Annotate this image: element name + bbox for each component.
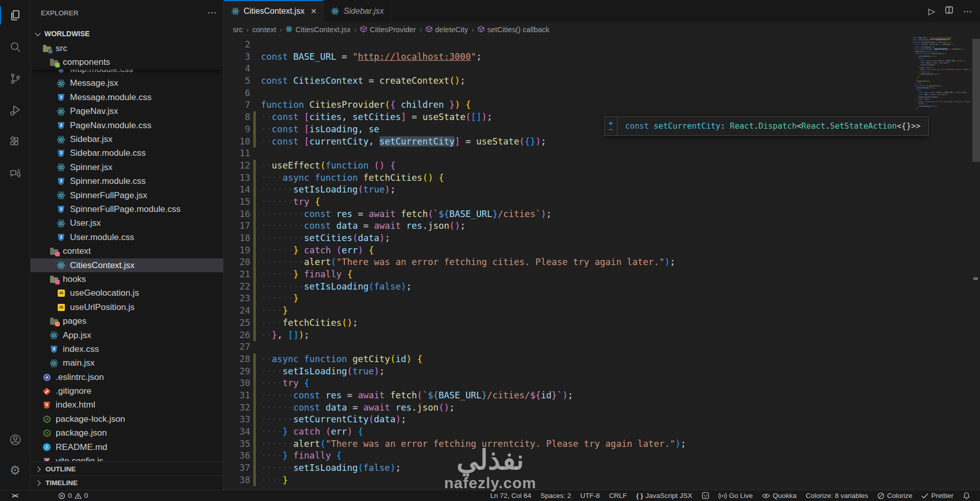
more-actions-icon[interactable]: ⋯: [963, 6, 972, 17]
tree-item-message-jsx[interactable]: Message.jsx: [31, 77, 223, 90]
tree-item-components[interactable]: components: [31, 55, 223, 69]
status-quokka[interactable]: Quokka: [757, 490, 801, 501]
code-line-7[interactable]: 7function CitiesProvider({ children }) {: [224, 99, 912, 111]
tree-item-index-html[interactable]: 5index.html: [31, 398, 223, 412]
breadcrumb-item-setcities-callback[interactable]: setCities() callback: [477, 26, 549, 34]
timeline-section[interactable]: TIMELINE: [31, 475, 223, 490]
status-github[interactable]: [697, 490, 714, 501]
activitybar-chat[interactable]: [0, 160, 30, 187]
tree-item-gitignore[interactable]: .gitignore: [31, 384, 223, 398]
tree-item-useurlposition-js[interactable]: JSuseUrlPosition.js: [31, 300, 223, 314]
tree-item-usegeolocation-js[interactable]: JSuseGeolocation.js: [31, 287, 223, 300]
status-indentation[interactable]: Spaces: 2: [536, 490, 576, 501]
close-icon[interactable]: ✕: [310, 7, 317, 15]
tree-item-vite-config-js[interactable]: vite.config.js: [31, 454, 223, 461]
status-eol[interactable]: CRLF: [605, 490, 632, 501]
status-cursor-position[interactable]: Ln 72, Col 64: [486, 490, 536, 501]
status-remote[interactable]: ><: [7, 490, 22, 501]
code-line-35[interactable]: 35······alert("There was an error fetchi…: [224, 438, 912, 450]
activitybar-account[interactable]: [0, 426, 30, 453]
code-line-10[interactable]: 10··const [currentCity, setCurrentCity] …: [224, 136, 912, 148]
code-line-31[interactable]: 31······const res = await fetch(`${BASE_…: [224, 390, 912, 402]
workspace-root-folder[interactable]: WORLDWISE: [32, 27, 223, 41]
code-line-38[interactable]: 38····}: [224, 474, 912, 487]
code-line-29[interactable]: 29····setIsLoading(true);: [224, 366, 912, 378]
code-line-28[interactable]: 28··async function getCity(id) {: [224, 353, 912, 366]
code-line-23[interactable]: 23······}: [224, 293, 912, 305]
code-line-34[interactable]: 34····} catch (err) {: [224, 426, 912, 438]
split-editor-icon[interactable]: [945, 6, 953, 17]
code-line-21[interactable]: 21······} finally {: [224, 269, 912, 281]
tree-item-message-module-css[interactable]: 3Message.module.css: [31, 90, 223, 104]
code-editor[interactable]: 23const BASE_URL = "http://localhost:300…: [224, 39, 912, 490]
status-colorize[interactable]: Colorize: [873, 490, 917, 501]
code-line-4[interactable]: 4: [224, 63, 912, 75]
code-line-14[interactable]: 14······setIsLoading(true);: [224, 184, 912, 196]
outline-section[interactable]: OUTLINE: [31, 462, 223, 476]
more-actions-icon[interactable]: ⋯: [207, 7, 217, 18]
tree-item-citiescontext-jsx[interactable]: CitiesContext.jsx: [31, 258, 223, 272]
tree-item-app-jsx[interactable]: App.jsx: [31, 328, 223, 342]
tree-item-pagenav-jsx[interactable]: PageNav.jsx: [31, 105, 223, 118]
tab-sidebar-jsx[interactable]: Sidebar.jsx: [324, 0, 391, 22]
activitybar-run-debug[interactable]: [0, 97, 30, 124]
tree-item-pagenav-module-css[interactable]: 3PageNav.module.css: [31, 118, 223, 132]
code-line-5[interactable]: 5const CitiesContext = createContext();: [224, 75, 912, 87]
code-line-20[interactable]: 20········alert("There was an error fetc…: [224, 256, 912, 269]
activitybar-explorer[interactable]: [0, 2, 30, 29]
tree-item-eslintrc-json[interactable]: .eslintrc.json: [31, 370, 223, 384]
tree-item-context[interactable]: context: [31, 244, 223, 258]
status-prettier[interactable]: Prettier: [917, 490, 958, 501]
code-line-27[interactable]: 27: [224, 341, 912, 353]
code-line-15[interactable]: 15······try {: [224, 196, 912, 208]
tab-citiescontext-jsx[interactable]: CitiesContext.jsx✕: [224, 0, 324, 22]
tree-item-spinner-module-css[interactable]: 3Spinner.module.css: [31, 175, 223, 188]
code-line-32[interactable]: 32······const data = await res.json();: [224, 402, 912, 414]
activitybar-extensions[interactable]: [0, 129, 30, 155]
breadcrumb-item-citiesprovider[interactable]: CitiesProvider: [360, 26, 416, 34]
activitybar-search[interactable]: [0, 34, 30, 60]
tree-item-package-json[interactable]: JSpackage.json: [31, 426, 223, 440]
breadcrumb-item-context[interactable]: context: [252, 26, 276, 34]
tree-item-spinnerfullpage-module-css[interactable]: 3SpinnerFullPage.module.css: [31, 202, 223, 216]
status-go-live[interactable]: Go Live: [714, 490, 758, 501]
hover-collapse-icon[interactable]: −: [609, 126, 613, 132]
tree-item-main-jsx[interactable]: main.jsx: [31, 356, 223, 370]
code-line-22[interactable]: 22········setIsLoading(false);: [224, 281, 912, 293]
status-encoding[interactable]: UTF-8: [576, 490, 604, 501]
tree-item-src[interactable]: ‹›src: [31, 41, 223, 55]
code-line-18[interactable]: 18········setCities(data);: [224, 232, 912, 245]
status-notifications[interactable]: [958, 490, 975, 501]
tree-item-index-css[interactable]: 3index.css: [31, 342, 223, 356]
run-icon[interactable]: ▷: [928, 6, 935, 17]
breadcrumb-item-deletecity[interactable]: deleteCity: [425, 26, 468, 34]
code-line-33[interactable]: 33······setCurrentCity(data);: [224, 414, 912, 426]
tree-item-spinnerfullpage-jsx[interactable]: SpinnerFullPage.jsx: [31, 188, 223, 202]
breadcrumb-item-citiescontext-jsx[interactable]: CitiesContext.jsx: [285, 26, 350, 34]
tree-item-sidebar-module-css[interactable]: 3Sidebar.module.css: [31, 147, 223, 160]
code-line-11[interactable]: 11: [224, 148, 912, 160]
minimap[interactable]: const BASE_URL = "http://localhost:3000"…: [913, 37, 971, 110]
code-line-25[interactable]: 25····fetchCities();: [224, 317, 912, 329]
tree-item-map-module-css[interactable]: 3Map.module.css: [31, 69, 223, 77]
tree-item-user-jsx[interactable]: User.jsx: [31, 217, 223, 230]
code-line-3[interactable]: 3const BASE_URL = "http://localhost:3000…: [224, 51, 912, 63]
status-problems[interactable]: 00: [54, 490, 92, 501]
breadcrumb-item-src[interactable]: src: [233, 26, 243, 34]
status-language-mode[interactable]: { }JavaScript JSX: [632, 490, 697, 501]
code-line-24[interactable]: 24····}: [224, 305, 912, 317]
editor-scrollbar[interactable]: [972, 39, 980, 162]
tree-item-spinner-jsx[interactable]: Spinner.jsx: [31, 160, 223, 174]
activitybar-source-control[interactable]: [0, 65, 30, 92]
code-line-13[interactable]: 13····async function fetchCities() {: [224, 172, 912, 184]
code-line-36[interactable]: 36····} finally {: [224, 450, 912, 462]
tree-item-package-lock-json[interactable]: JSpackage-lock.json: [31, 412, 223, 426]
activitybar-settings[interactable]: ⚙: [0, 457, 30, 484]
code-line-26[interactable]: 26··}, []);: [224, 329, 912, 342]
code-line-12[interactable]: 12··useEffect(function () {: [224, 160, 912, 172]
code-line-6[interactable]: 6: [224, 87, 912, 100]
code-line-16[interactable]: 16········const res = await fetch(`${BAS…: [224, 208, 912, 221]
code-line-19[interactable]: 19······} catch (err) {: [224, 245, 912, 257]
tree-item-pages[interactable]: pages: [31, 314, 223, 328]
code-line-2[interactable]: 2: [224, 39, 912, 51]
